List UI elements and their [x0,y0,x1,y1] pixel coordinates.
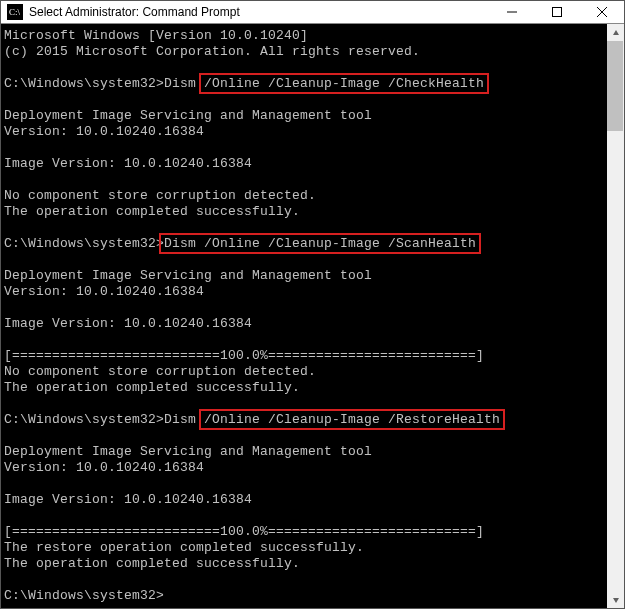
console-area: Microsoft Windows [Version 10.0.10240] (… [1,24,624,608]
highlight-restorehealth: /Online /Cleanup-Image /RestoreHealth [199,409,505,430]
svg-text:C:\: C:\ [9,7,21,17]
scrollbar-thumb[interactable] [607,41,623,131]
line: Version: 10.0.10240.16384 [4,284,204,299]
cmd-icon: C:\ [7,4,23,20]
vertical-scrollbar[interactable] [607,24,624,608]
line: Deployment Image Servicing and Managemen… [4,108,372,123]
line: The operation completed successfully. [4,380,300,395]
line: Image Version: 10.0.10240.16384 [4,316,252,331]
window-controls [489,1,624,23]
prompt: C:\Windows\system32> [4,412,164,427]
cmd-window: C:\ Select Administrator: Command Prompt… [0,0,625,609]
close-button[interactable] [579,1,624,23]
svg-marker-6 [613,30,619,35]
svg-marker-7 [613,598,619,603]
line: Deployment Image Servicing and Managemen… [4,444,372,459]
line: No component store corruption detected. [4,188,316,203]
window-title: Select Administrator: Command Prompt [29,5,489,19]
prompt: C:\Windows\system32> [4,76,164,91]
scroll-up-button[interactable] [607,24,624,41]
line: Image Version: 10.0.10240.16384 [4,492,252,507]
minimize-button[interactable] [489,1,534,23]
maximize-button[interactable] [534,1,579,23]
line: No component store corruption detected. [4,364,316,379]
line: Version: 10.0.10240.16384 [4,124,204,139]
line: Version: 10.0.10240.16384 [4,460,204,475]
line: The operation completed successfully. [4,204,300,219]
line: [==========================100.0%=======… [4,348,484,363]
line: Image Version: 10.0.10240.16384 [4,156,252,171]
svg-rect-3 [552,8,561,17]
console-output[interactable]: Microsoft Windows [Version 10.0.10240] (… [1,24,607,608]
cursor [164,589,172,603]
titlebar[interactable]: C:\ Select Administrator: Command Prompt [1,1,624,24]
line: The restore operation completed successf… [4,540,364,555]
line: (c) 2015 Microsoft Corporation. All righ… [4,44,420,59]
line: The operation completed successfully. [4,556,300,571]
line: Deployment Image Servicing and Managemen… [4,268,372,283]
prompt: C:\Windows\system32> [4,236,164,251]
highlight-scanhealth: Dism /Online /Cleanup-Image /ScanHealth [159,233,481,254]
scroll-down-button[interactable] [607,591,624,608]
line: Microsoft Windows [Version 10.0.10240] [4,28,308,43]
prompt: C:\Windows\system32> [4,588,164,603]
line: [==========================100.0%=======… [4,524,484,539]
highlight-checkhealth: /Online /Cleanup-Image /CheckHealth [199,73,489,94]
